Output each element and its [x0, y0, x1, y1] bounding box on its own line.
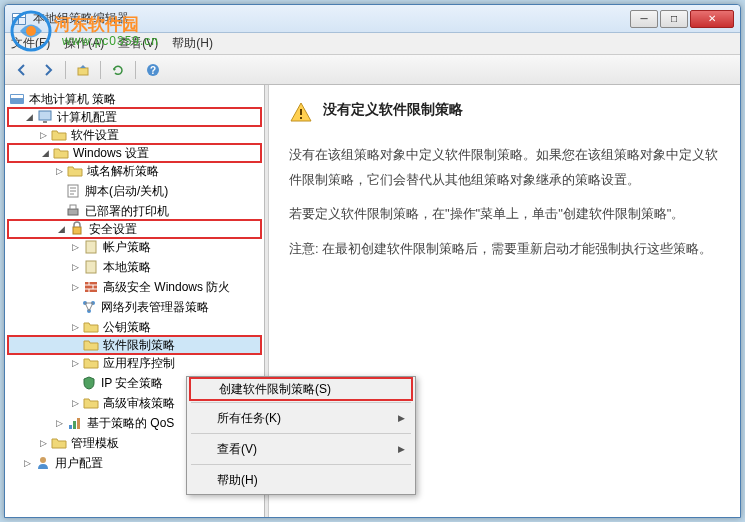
details-p1: 没有在该组策略对象中定义软件限制策略。如果您在该组策略对象中定义软件限制策略，它…: [289, 143, 720, 192]
tree-label: Windows 设置: [73, 145, 149, 162]
ctx-separator: [191, 464, 411, 465]
tree-advanced-firewall[interactable]: ▷ 高级安全 Windows 防火: [7, 277, 262, 297]
tree-root[interactable]: 本地计算机 策略: [7, 89, 262, 109]
close-button[interactable]: ✕: [690, 10, 734, 28]
tree-local-policy[interactable]: ▷ 本地策略: [7, 257, 262, 277]
warning-header: 没有定义软件限制策略: [289, 101, 720, 125]
help-button[interactable]: ?: [142, 59, 164, 81]
ctx-create-policy[interactable]: 创建软件限制策略(S): [189, 377, 413, 401]
titlebar[interactable]: 本地组策略编辑器 ─ □ ✕: [5, 5, 740, 33]
submenu-arrow-icon: ▶: [398, 413, 405, 423]
svg-rect-11: [39, 111, 51, 120]
menu-help[interactable]: 帮助(H): [172, 35, 213, 52]
expander-icon[interactable]: ▷: [69, 357, 81, 369]
tree-label: 已部署的打印机: [85, 203, 169, 220]
svg-rect-10: [11, 95, 23, 98]
ctx-label: 创建软件限制策略(S): [219, 381, 331, 398]
tree-label: 公钥策略: [103, 319, 151, 336]
expander-icon[interactable]: ▷: [53, 165, 65, 177]
security-icon: [69, 221, 85, 237]
svg-rect-25: [77, 418, 80, 429]
menubar: 文件(F) 操作(A) 查看(V) 帮助(H): [5, 33, 740, 55]
expander-icon[interactable]: ▷: [37, 129, 49, 141]
svg-point-26: [40, 457, 46, 463]
expander-icon[interactable]: ▷: [69, 321, 81, 333]
back-arrow-icon: [15, 63, 29, 77]
computer-icon: [37, 109, 53, 125]
folder-icon: [53, 145, 69, 161]
svg-rect-28: [300, 117, 302, 119]
folder-up-icon: [76, 63, 90, 77]
tree-software-restriction[interactable]: 软件限制策略: [7, 335, 262, 355]
folder-icon: [83, 395, 99, 411]
tree-root-label: 本地计算机 策略: [29, 91, 116, 108]
policy-icon: [83, 239, 99, 255]
menu-view[interactable]: 查看(V): [118, 35, 158, 52]
expander-icon[interactable]: ▷: [21, 457, 33, 469]
svg-rect-6: [78, 68, 88, 75]
tree-label: 高级审核策略: [103, 395, 175, 412]
svg-rect-24: [73, 421, 76, 429]
tree-deployed-printers[interactable]: 已部署的打印机: [7, 201, 262, 221]
forward-button[interactable]: [37, 59, 59, 81]
svg-rect-4: [13, 18, 18, 24]
folder-icon: [67, 163, 83, 179]
expander-icon[interactable]: ▷: [69, 397, 81, 409]
expander-icon[interactable]: ◢: [55, 223, 67, 235]
script-icon: [65, 183, 81, 199]
tree-windows-settings[interactable]: ◢ Windows 设置: [7, 143, 262, 163]
ctx-view[interactable]: 查看(V) ▶: [189, 437, 413, 461]
tree-software-settings[interactable]: ▷ 软件设置: [7, 125, 262, 145]
ctx-help[interactable]: 帮助(H): [189, 468, 413, 492]
tree-label: IP 安全策略: [101, 375, 163, 392]
menu-action[interactable]: 操作(A): [64, 35, 104, 52]
firewall-icon: [83, 279, 99, 295]
ctx-all-tasks[interactable]: 所有任务(K) ▶: [189, 406, 413, 430]
root-icon: [9, 91, 25, 107]
user-icon: [35, 455, 51, 471]
printer-icon: [65, 203, 81, 219]
svg-rect-17: [86, 241, 96, 253]
menu-file[interactable]: 文件(F): [11, 35, 50, 52]
svg-rect-18: [86, 261, 96, 273]
warning-icon: [289, 101, 313, 125]
tree-label: 高级安全 Windows 防火: [103, 279, 230, 296]
tree-public-key[interactable]: ▷ 公钥策略: [7, 317, 262, 337]
network-icon: [81, 299, 97, 315]
tree-label: 安全设置: [89, 221, 137, 238]
tree-label: 应用程序控制: [103, 355, 175, 372]
up-button[interactable]: [72, 59, 94, 81]
expander-icon[interactable]: ▷: [69, 241, 81, 253]
folder-icon: [51, 435, 67, 451]
back-button[interactable]: [11, 59, 33, 81]
svg-rect-14: [68, 209, 78, 215]
expander-icon[interactable]: ▷: [69, 261, 81, 273]
expander-icon[interactable]: ◢: [23, 111, 35, 123]
tree-label: 管理模板: [71, 435, 119, 452]
tree-network-list[interactable]: 网络列表管理器策略: [7, 297, 262, 317]
svg-rect-3: [13, 14, 25, 17]
tree-label: 域名解析策略: [87, 163, 159, 180]
tree-label: 软件设置: [71, 127, 119, 144]
expander-icon[interactable]: ▷: [37, 437, 49, 449]
qos-icon: [67, 415, 83, 431]
ctx-label: 查看(V): [217, 441, 257, 458]
tree-dns-policy[interactable]: ▷ 域名解析策略: [7, 161, 262, 181]
expander-icon[interactable]: ◢: [39, 147, 51, 159]
context-menu: 创建软件限制策略(S) 所有任务(K) ▶ 查看(V) ▶ 帮助(H): [186, 376, 416, 495]
maximize-button[interactable]: □: [660, 10, 688, 28]
refresh-button[interactable]: [107, 59, 129, 81]
ctx-label: 帮助(H): [217, 472, 258, 489]
minimize-button[interactable]: ─: [630, 10, 658, 28]
tree-app-control[interactable]: ▷ 应用程序控制: [7, 353, 262, 373]
tree-scripts[interactable]: 脚本(启动/关机): [7, 181, 262, 201]
tree-computer-config[interactable]: ◢ 计算机配置: [7, 107, 262, 127]
details-p3: 注意: 在最初创建软件限制策略后，需要重新启动才能强制执行这些策略。: [289, 237, 720, 262]
expander-icon[interactable]: ▷: [69, 281, 81, 293]
tree-account-policy[interactable]: ▷ 帐户策略: [7, 237, 262, 257]
tree-label: 网络列表管理器策略: [101, 299, 209, 316]
expander-icon[interactable]: ▷: [53, 417, 65, 429]
ctx-label: 所有任务(K): [217, 410, 281, 427]
tree-security-settings[interactable]: ◢ 安全设置: [7, 219, 262, 239]
tree-label: 帐户策略: [103, 239, 151, 256]
